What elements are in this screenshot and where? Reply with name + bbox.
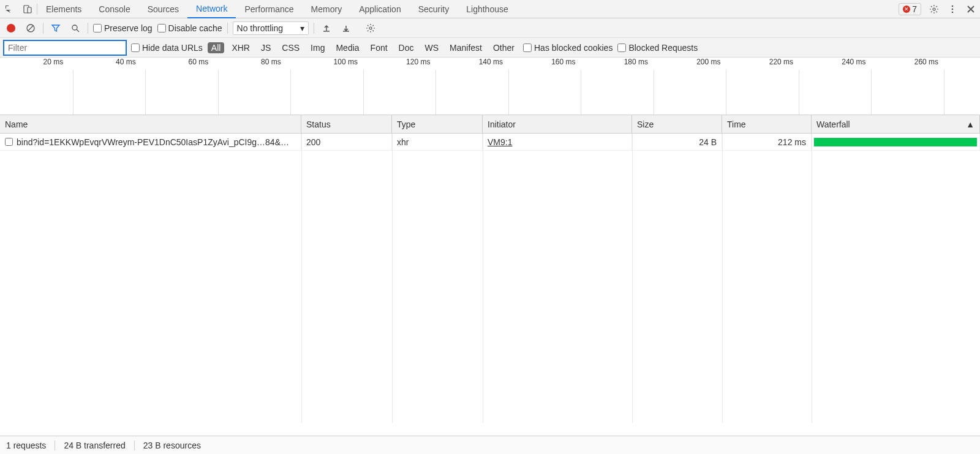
preserve-log-label: Preserve log <box>104 23 153 33</box>
col-header-size[interactable]: Size <box>632 115 722 133</box>
tab-security[interactable]: Security <box>410 0 458 18</box>
timeline-tick: 200 ms <box>696 58 720 66</box>
timeline-gridline <box>145 70 146 115</box>
cell-waterfall <box>812 134 980 150</box>
tab-sources[interactable]: Sources <box>139 0 187 18</box>
has-blocked-cookies-label: Has blocked cookies <box>534 43 612 53</box>
filter-chip-all[interactable]: All <box>208 42 225 53</box>
throttling-select[interactable]: No throttling ▾ <box>233 21 309 35</box>
footer-transferred: 24 B transferred <box>64 441 134 450</box>
settings-gear-icon[interactable] <box>925 0 943 18</box>
svg-rect-1 <box>28 7 31 13</box>
col-header-type[interactable]: Type <box>392 115 483 133</box>
cell-type: xhr <box>392 134 483 150</box>
timeline-overview[interactable]: 20 ms40 ms60 ms80 ms100 ms120 ms140 ms16… <box>0 58 980 115</box>
timeline-gridline <box>581 70 581 115</box>
timeline-tick: 80 ms <box>261 58 281 66</box>
filter-chip-css[interactable]: CSS <box>278 42 303 53</box>
initiator-link[interactable]: VM9:1 <box>488 137 512 147</box>
col-header-initiator[interactable]: Initiator <box>483 115 632 133</box>
search-icon[interactable] <box>68 21 83 36</box>
filter-chip-img[interactable]: Img <box>307 42 328 53</box>
timeline-tick: 180 ms <box>624 58 648 66</box>
divider <box>314 23 314 34</box>
tab-performance[interactable]: Performance <box>236 0 302 18</box>
svg-point-7 <box>72 25 77 30</box>
cell-initiator: VM9:1 <box>483 134 632 150</box>
svg-point-3 <box>952 5 954 7</box>
filter-toggle-icon[interactable] <box>48 21 63 36</box>
filter-chip-ws[interactable]: WS <box>421 42 443 53</box>
tab-lighthouse[interactable]: Lighthouse <box>458 0 517 18</box>
col-header-waterfall[interactable]: Waterfall ▲ <box>812 115 980 133</box>
error-count-badge[interactable]: ✕ 7 <box>899 3 921 15</box>
timeline-gridline <box>363 70 364 115</box>
blocked-requests-checkbox[interactable]: Blocked Requests <box>617 43 698 53</box>
close-devtools-icon[interactable] <box>962 0 980 18</box>
cell-time: 212 ms <box>722 134 812 150</box>
timeline-tick: 60 ms <box>189 58 209 66</box>
timeline-gridline <box>799 70 799 115</box>
cell-status: 200 <box>301 134 392 150</box>
filter-chip-media[interactable]: Media <box>332 42 363 53</box>
network-toolbar: Preserve log Disable cache No throttling… <box>0 18 980 38</box>
hide-data-urls-checkbox[interactable]: Hide data URLs <box>131 43 203 53</box>
cell-size: 24 B <box>632 134 722 150</box>
filter-chip-font[interactable]: Font <box>367 42 391 53</box>
footer-requests: 1 requests <box>6 441 55 450</box>
disable-cache-checkbox[interactable]: Disable cache <box>157 23 222 33</box>
filter-chip-other[interactable]: Other <box>489 42 518 53</box>
error-count: 7 <box>912 4 917 14</box>
device-toolbar-icon[interactable] <box>18 0 37 18</box>
timeline-tick: 40 ms <box>116 58 136 66</box>
timeline-gridline <box>654 70 654 115</box>
upload-har-icon[interactable] <box>319 21 334 36</box>
throttling-label: No throttling <box>237 23 283 33</box>
has-blocked-cookies-checkbox[interactable]: Has blocked cookies <box>523 43 612 53</box>
tab-console[interactable]: Console <box>90 0 138 18</box>
timeline-tick: 160 ms <box>551 58 575 66</box>
status-footer: 1 requests 24 B transferred 23 B resourc… <box>0 436 980 454</box>
timeline-tick: 220 ms <box>769 58 793 66</box>
col-header-time[interactable]: Time <box>722 115 812 133</box>
tab-application[interactable]: Application <box>350 0 410 18</box>
timeline-gridline <box>435 70 436 115</box>
requests-table-header: Name Status Type Initiator Size Time Wat… <box>0 115 980 134</box>
footer-resources: 23 B resources <box>143 441 201 450</box>
timeline-gridline <box>944 70 944 115</box>
divider <box>88 23 88 34</box>
filter-chip-js[interactable]: JS <box>257 42 274 53</box>
timeline-gridline <box>871 70 872 115</box>
filter-chip-xhr[interactable]: XHR <box>228 42 254 53</box>
timeline-tick: 100 ms <box>334 58 358 66</box>
inspect-element-icon[interactable] <box>0 0 18 18</box>
divider <box>43 23 43 34</box>
svg-point-8 <box>369 27 372 29</box>
timeline-gridline <box>726 70 726 115</box>
divider <box>227 23 228 34</box>
timeline-tick: 240 ms <box>842 58 865 66</box>
clear-log-icon[interactable] <box>23 21 38 36</box>
filter-chip-manifest[interactable]: Manifest <box>446 42 486 53</box>
record-button[interactable] <box>4 21 18 36</box>
filter-row: Hide data URLs AllXHRJSCSSImgMediaFontDo… <box>0 38 980 58</box>
disable-cache-label: Disable cache <box>168 23 222 33</box>
row-checkbox[interactable] <box>5 138 13 146</box>
timeline-gridline <box>73 70 74 115</box>
network-settings-gear-icon[interactable] <box>363 21 378 36</box>
timeline-tick: 120 ms <box>406 58 430 66</box>
col-header-status[interactable]: Status <box>301 115 392 133</box>
preserve-log-checkbox[interactable]: Preserve log <box>93 23 153 33</box>
more-menu-icon[interactable] <box>943 0 962 18</box>
filter-chip-doc[interactable]: Doc <box>395 42 418 53</box>
devtools-tab-bar: ElementsConsoleSourcesNetworkPerformance… <box>0 0 980 18</box>
timeline-gridline <box>218 70 219 115</box>
filter-input[interactable] <box>4 40 126 55</box>
table-row[interactable]: bind?id=1EKKWpEvqrVWreym-PEV1DnC50IasP1Z… <box>0 134 980 151</box>
download-har-icon[interactable] <box>339 21 353 36</box>
tab-network[interactable]: Network <box>187 0 236 18</box>
tab-memory[interactable]: Memory <box>303 0 351 18</box>
col-header-name[interactable]: Name <box>0 115 301 133</box>
timeline-tick: 260 ms <box>914 58 938 66</box>
tab-elements[interactable]: Elements <box>37 0 90 18</box>
